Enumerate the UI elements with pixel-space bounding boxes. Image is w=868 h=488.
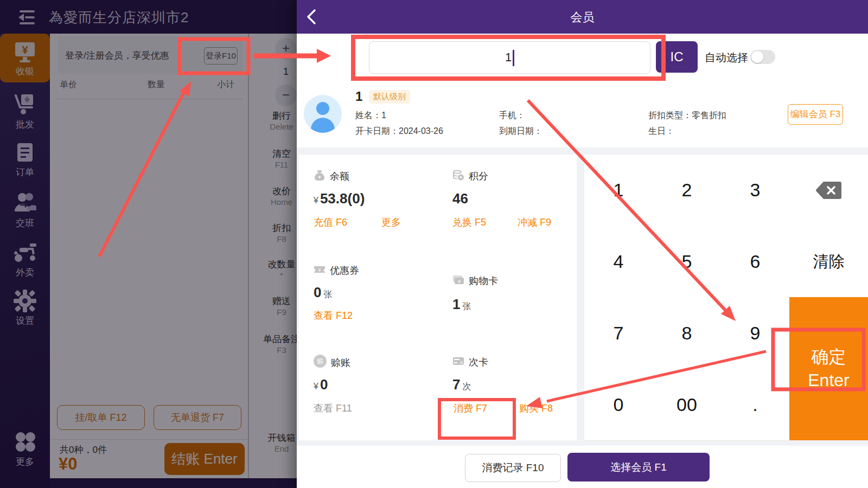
numpad-key-8[interactable]: 8 [653,297,722,369]
times-card-card: 次 次卡 7次 消费 F7 购买 F8 [438,343,577,440]
numpad-key-9[interactable]: 9 [721,297,790,369]
card-title: 赊账 [331,356,350,369]
field-value: 2024-03-26 [399,126,443,136]
card-title: 优惠券 [330,264,359,277]
numpad-key-dot[interactable]: . [721,369,790,441]
coupon-value: 0张 [314,284,332,301]
dialog-title: 会员 [297,9,868,25]
svg-text:次: 次 [459,361,463,365]
numpad-key-0[interactable]: 0 [584,369,653,441]
balance-more-link[interactable]: 更多 [381,216,401,229]
field-discount-type: 折扣类型：零售折扣 [648,110,726,121]
field-label: 折扣类型： [648,111,692,120]
points-card: 积分 46 兑换 F5 冲减 F9 [438,155,577,249]
text-caret [513,50,514,66]
value: 0 [320,376,328,393]
redeem-link[interactable]: 兑换 F5 [452,216,486,229]
credit-value: ¥0 [314,376,328,393]
unit: 次 [462,382,471,391]
avatar [304,95,342,133]
coupon-icon: ¥ [314,264,326,275]
currency: ¥ [314,196,318,205]
auto-select-label: 自动选择 [705,50,748,65]
field-phone: 手机： [499,110,525,121]
field-label: 生日： [648,126,674,136]
field-label: 姓名： [355,111,381,120]
view-credit-link[interactable]: 查看 F11 [314,402,352,415]
recharge-link[interactable]: 充值 F6 [314,216,347,229]
shopping-card-icon: ¥ [452,274,464,286]
numpad-key-1[interactable]: 1 [584,155,653,226]
toggle-knob [751,51,763,63]
backspace-icon [816,181,842,200]
points-value: 46 [452,190,468,207]
member-search-row: 1 IC 自动选择 [297,34,868,81]
field-expire-date: 到期日期： [499,126,542,137]
card-title: 购物卡 [469,274,498,287]
card-title: 余额 [330,170,349,183]
field-label: 到期日期： [499,126,542,136]
unit: 张 [323,290,332,299]
view-coupons-link[interactable]: 查看 F12 [314,309,353,322]
numpad-clear-key[interactable]: 清除 [789,226,868,298]
numpad-key-4[interactable]: 4 [584,226,653,298]
consume-times-link[interactable]: 消费 F7 [454,402,487,415]
numpad-confirm-key[interactable]: 确定 Enter [789,297,868,440]
card-title: 积分 [469,170,488,183]
numpad-key-5[interactable]: 5 [653,226,722,298]
member-search-input[interactable]: 1 [369,41,650,74]
value: 0 [314,284,321,300]
card-title: 次卡 [469,356,488,369]
dialog-footer: 消费记录 F10 选择会员 F1 [297,446,868,488]
times-card-icon: 次 [452,355,464,367]
value: 1 [452,296,460,312]
auto-select-toggle[interactable] [750,50,775,64]
edit-member-button[interactable]: 编辑会员 F3 [788,104,843,125]
dialog-header: 会员 [297,0,868,34]
deduct-link[interactable]: 冲减 F9 [518,216,551,229]
times-card-value: 7次 [452,376,471,393]
numpad-backspace-key[interactable] [789,155,868,226]
field-value: 零售折扣 [692,111,726,120]
numpad-key-2[interactable]: 2 [653,155,722,226]
numpad-key-3[interactable]: 3 [721,155,790,226]
credit-icon: 赊 [314,355,327,368]
coins-icon [452,169,464,181]
unit: 张 [462,301,471,311]
member-info-row: 1 默认级别 姓名：1 开卡日期：2024-03-26 手机： 到期日期： 折扣… [297,80,868,147]
confirm-label-cn: 确定 [789,345,868,369]
confirm-label-en: Enter [789,369,868,392]
value: 53.8(0) [320,190,365,207]
member-dialog: 会员 1 IC 自动选择 1 默认级别 姓名：1 开卡日期：2024-03-2 [297,0,868,488]
svg-text:¥: ¥ [457,279,461,284]
select-member-button[interactable]: 选择会员 F1 [567,453,710,481]
buy-times-link[interactable]: 购买 F8 [519,402,553,415]
numpad-key-7[interactable]: 7 [584,297,653,369]
balance-card: ✦ 余额 ¥53.8(0) 充值 F6 更多 [299,155,438,249]
numpad-key-00[interactable]: 00 [653,369,722,441]
avatar-head [316,102,329,115]
member-name-display: 1 [355,89,362,104]
field-value: 1 [381,111,386,120]
field-name: 姓名：1 [355,110,386,121]
modal-dim-overlay [0,0,297,488]
balance-value: ¥53.8(0) [314,190,365,207]
search-value: 1 [505,50,512,64]
shopping-card-value: 1张 [452,296,471,313]
coupon-card: ¥ 优惠券 0张 查看 F12 [299,248,438,344]
field-label: 开卡日期： [355,126,399,136]
member-level-badge: 默认级别 [369,90,410,104]
numpad-key-6[interactable]: 6 [721,226,790,298]
currency: ¥ [314,382,318,391]
avatar-body [311,118,335,133]
field-birthday: 生日： [648,126,674,137]
svg-text:✦: ✦ [317,175,322,180]
money-bag-icon: ✦ [314,169,326,181]
pos-app: 為愛而生分店深圳市2 ¥ 收银 [0,0,868,488]
shopping-card-card: ¥ 购物卡 1张 [438,248,577,344]
field-label: 手机： [499,111,525,120]
svg-text:¥: ¥ [317,267,321,273]
value: 7 [452,376,460,393]
consume-history-button[interactable]: 消费记录 F10 [465,454,561,482]
ic-card-button[interactable]: IC [656,41,698,73]
